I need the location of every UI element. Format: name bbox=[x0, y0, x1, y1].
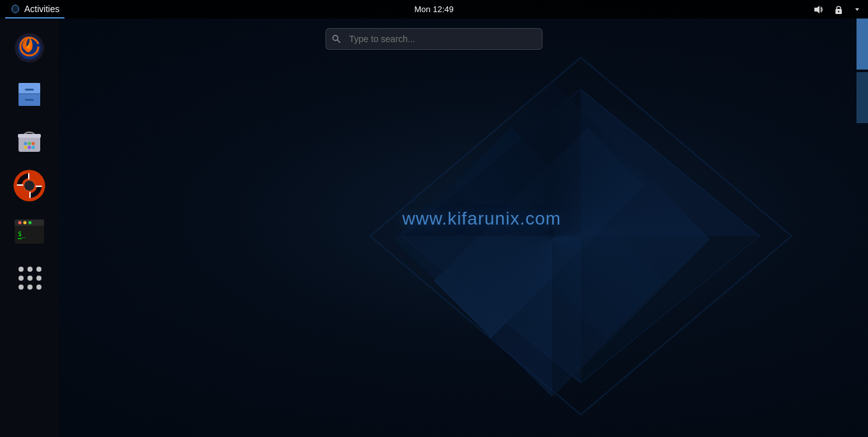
help-icon bbox=[13, 170, 45, 202]
svg-point-10 bbox=[838, 10, 839, 11]
volume-icon[interactable] bbox=[811, 3, 826, 16]
svg-point-25 bbox=[28, 142, 31, 145]
bg-shape bbox=[357, 38, 804, 434]
activities-label: Activities bbox=[24, 4, 59, 14]
workspace-thumb-inactive[interactable] bbox=[857, 72, 868, 123]
system-menu-arrow[interactable] bbox=[851, 5, 863, 14]
dot-5 bbox=[27, 276, 33, 281]
svg-point-24 bbox=[24, 142, 27, 145]
files-icon bbox=[13, 78, 45, 110]
dock-item-software[interactable] bbox=[9, 119, 50, 160]
dock-item-terminal[interactable]: $_ bbox=[9, 211, 50, 252]
search-container bbox=[326, 28, 542, 50]
svg-marker-11 bbox=[855, 8, 859, 11]
svg-point-40 bbox=[19, 221, 22, 225]
dot-8 bbox=[27, 285, 33, 290]
dock-item-files[interactable] bbox=[9, 73, 50, 114]
workspace-thumb-active[interactable] bbox=[857, 19, 868, 70]
svg-marker-1 bbox=[402, 89, 760, 383]
svg-marker-3 bbox=[581, 89, 760, 236]
svg-marker-8 bbox=[814, 6, 819, 13]
topbar-left: Activities bbox=[5, 0, 64, 19]
svg-point-29 bbox=[32, 146, 35, 149]
topbar-right bbox=[811, 3, 863, 16]
svg-rect-19 bbox=[25, 89, 34, 91]
dot-2 bbox=[27, 267, 33, 272]
dot-3 bbox=[36, 267, 41, 272]
dock: $_ bbox=[0, 19, 59, 437]
topbar: Activities Mon 12:49 bbox=[0, 0, 868, 19]
svg-marker-5 bbox=[581, 236, 760, 383]
svg-text:$_: $_ bbox=[18, 230, 26, 238]
gnome-icon bbox=[10, 4, 20, 14]
svg-rect-23 bbox=[18, 134, 41, 138]
activities-button[interactable]: Activities bbox=[5, 0, 64, 19]
desktop: www.kifarunix.com bbox=[0, 0, 868, 437]
svg-rect-20 bbox=[25, 99, 34, 101]
svg-point-41 bbox=[24, 221, 27, 225]
dot-9 bbox=[36, 285, 41, 290]
watermark-text: www.kifarunix.com bbox=[402, 209, 561, 229]
dot-6 bbox=[36, 276, 41, 281]
app-drawer-grid bbox=[13, 262, 45, 293]
dock-item-help[interactable] bbox=[9, 165, 50, 206]
lock-icon[interactable] bbox=[831, 3, 846, 16]
svg-point-26 bbox=[32, 142, 35, 145]
dock-item-app-drawer[interactable] bbox=[9, 257, 50, 298]
svg-marker-4 bbox=[402, 89, 581, 236]
terminal-icon: $_ bbox=[13, 215, 46, 248]
svg-point-37 bbox=[23, 179, 36, 192]
software-icon bbox=[13, 124, 45, 156]
firefox-icon bbox=[13, 31, 46, 64]
svg-marker-2 bbox=[402, 89, 760, 383]
dock-item-firefox[interactable] bbox=[9, 27, 50, 68]
svg-marker-6 bbox=[402, 236, 581, 383]
svg-point-42 bbox=[29, 221, 32, 225]
topbar-datetime[interactable]: Mon 12:49 bbox=[414, 4, 453, 14]
dot-7 bbox=[19, 285, 24, 290]
svg-rect-17 bbox=[19, 83, 40, 94]
search-input[interactable] bbox=[326, 28, 542, 50]
right-panel bbox=[857, 19, 868, 123]
svg-rect-44 bbox=[18, 238, 22, 239]
svg-point-28 bbox=[28, 146, 31, 149]
dot-4 bbox=[19, 276, 24, 281]
svg-point-27 bbox=[24, 146, 27, 149]
dot-1 bbox=[19, 267, 24, 272]
